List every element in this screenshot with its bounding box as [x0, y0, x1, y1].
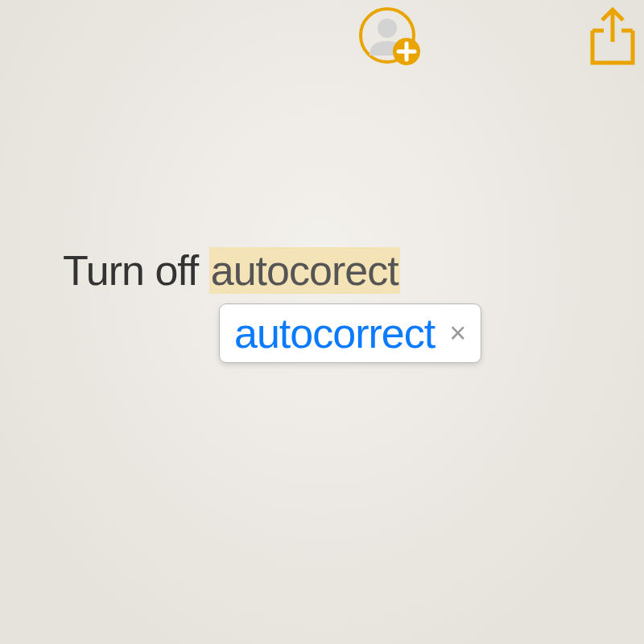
- add-person-icon: [358, 5, 423, 69]
- toolbar: [0, 0, 644, 72]
- note-text[interactable]: Turn off autocorect: [63, 246, 400, 295]
- svg-point-1: [378, 19, 397, 38]
- dismiss-suggestion-button[interactable]: ×: [446, 316, 469, 351]
- autocorrect-suggestion[interactable]: autocorrect: [234, 309, 435, 357]
- add-person-button[interactable]: [358, 5, 423, 69]
- share-icon: [588, 6, 638, 66]
- autocorrect-suggestion-bubble: autocorrect ×: [219, 303, 481, 363]
- share-button[interactable]: [588, 6, 638, 66]
- note-text-prefix: Turn off: [63, 247, 209, 294]
- misspelled-word[interactable]: autocorect: [209, 247, 400, 294]
